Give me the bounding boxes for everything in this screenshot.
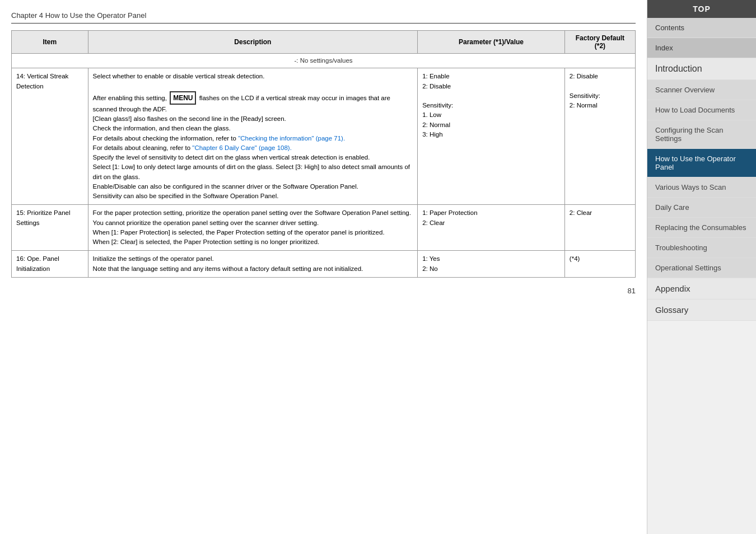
sidebar-item-label: Various Ways to Scan: [655, 183, 726, 191]
link-daily-care[interactable]: "Chapter 6 Daily Care" (page 108).: [192, 144, 292, 151]
sidebar-item-load-documents[interactable]: How to Load Documents: [647, 100, 756, 120]
row3-factory: (*4): [564, 251, 635, 278]
sidebar-item-scanner-overview[interactable]: Scanner Overview: [647, 80, 756, 100]
row2-factory: 2: Clear: [564, 205, 635, 251]
sidebar-item-index[interactable]: Index: [647, 38, 756, 58]
row1-factory: 2: Disable Sensitivity: 2: Normal: [564, 68, 635, 205]
table-row: 16: Ope. Panel Initialization Initialize…: [12, 251, 636, 278]
table-row: 15: Prioritize Panel Settings For the pa…: [12, 205, 636, 251]
row1-description: Select whether to enable or disable vert…: [88, 68, 418, 205]
sidebar-item-label: Scanner Overview: [655, 86, 715, 94]
sidebar-item-various-ways[interactable]: Various Ways to Scan: [647, 177, 756, 198]
sidebar-item-label: How to Use the Operator Panel: [655, 154, 736, 171]
sidebar-item-label: Introduction: [655, 64, 702, 73]
page-number: 81: [11, 287, 636, 295]
col-header-parameter: Parameter (*1)/Value: [418, 31, 565, 54]
col-header-description: Description: [88, 31, 418, 54]
row2-item: 15: Prioritize Panel Settings: [12, 205, 88, 251]
sidebar-item-introduction[interactable]: Introduction: [647, 58, 756, 80]
row2-parameter: 1: Paper Protection 2: Clear: [418, 205, 565, 251]
row1-item: 14: Vertical Streak Detection: [12, 68, 88, 205]
row3-parameter: 1: Yes 2: No: [418, 251, 565, 278]
sidebar-item-contents[interactable]: Contents: [647, 18, 756, 38]
sidebar-item-daily-care[interactable]: Daily Care: [647, 198, 756, 218]
sidebar-item-label: Appendix: [655, 284, 690, 293]
sidebar-item-label: Configuring the Scan Settings: [655, 126, 723, 143]
sidebar-item-label: Troubleshooting: [655, 243, 707, 252]
col-header-factory: Factory Default (*2): [564, 31, 635, 54]
sidebar-item-label: How to Load Documents: [655, 106, 735, 114]
sidebar-item-operational-settings[interactable]: Operational Settings: [647, 258, 756, 278]
no-settings-label: -: No settings/values: [294, 57, 352, 64]
sidebar-item-label: Operational Settings: [655, 264, 721, 272]
sidebar-item-label: Daily Care: [655, 203, 689, 212]
col-header-item: Item: [12, 31, 88, 54]
sidebar-item-operator-panel[interactable]: How to Use the Operator Panel: [647, 149, 756, 177]
chapter-title: Chapter 4 How to Use the Operator Panel: [11, 11, 636, 24]
link-checking-info[interactable]: "Checking the information" (page 71).: [238, 135, 345, 142]
main-table: Item Description Parameter (*1)/Value Fa…: [11, 30, 636, 278]
sidebar-item-label: Glossary: [655, 305, 688, 315]
sidebar-item-troubleshooting[interactable]: Troubleshooting: [647, 238, 756, 258]
sidebar-top-button[interactable]: TOP: [647, 0, 756, 18]
sidebar: TOP Contents Index Introduction Scanner …: [647, 0, 756, 534]
sidebar-item-scan-settings[interactable]: Configuring the Scan Settings: [647, 120, 756, 149]
main-content: Chapter 4 How to Use the Operator Panel …: [0, 0, 647, 534]
row3-description: Initialize the settings of the operator …: [88, 251, 418, 278]
sidebar-item-glossary[interactable]: Glossary: [647, 299, 756, 321]
sidebar-item-appendix[interactable]: Appendix: [647, 278, 756, 299]
sidebar-item-label: Replacing the Consumables: [655, 223, 746, 232]
sidebar-item-label: Index: [655, 44, 673, 52]
table-row: 14: Vertical Streak Detection Select whe…: [12, 68, 636, 205]
sidebar-item-label: Contents: [655, 24, 684, 32]
no-settings-row: -: No settings/values: [12, 54, 636, 68]
sidebar-item-consumables[interactable]: Replacing the Consumables: [647, 218, 756, 238]
row3-item: 16: Ope. Panel Initialization: [12, 251, 88, 278]
row2-description: For the paper protection setting, priori…: [88, 205, 418, 251]
menu-icon: MENU: [170, 91, 196, 105]
row1-parameter: 1: Enable 2: Disable Sensitivity: 1. Low…: [418, 68, 565, 205]
